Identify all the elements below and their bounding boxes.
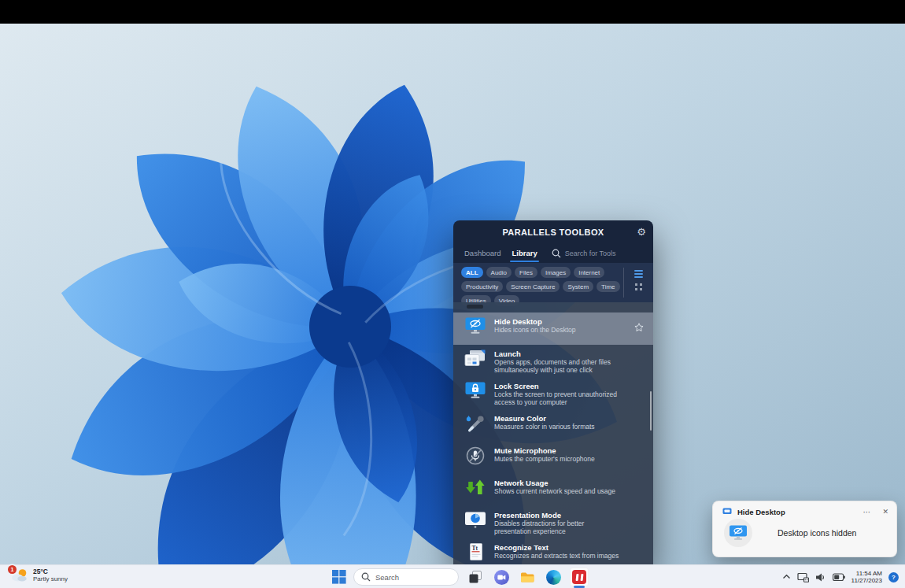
chat-icon bbox=[494, 570, 509, 585]
tool-row-lock-screen[interactable]: Lock Screen Locks the screen to prevent … bbox=[453, 377, 653, 409]
toolbox-titlebar[interactable]: PARALLELS TOOLBOX ⚙ bbox=[453, 220, 653, 244]
battery-icon[interactable] bbox=[833, 573, 845, 582]
notification-toast: Hide Desktop ⋯ ✕ Desktop icons hidden bbox=[712, 501, 897, 557]
toolbox-title: PARALLELS TOOLBOX bbox=[453, 227, 653, 237]
screen: PARALLELS TOOLBOX ⚙ Dashboard Library Se… bbox=[0, 0, 905, 588]
launch-icon bbox=[464, 349, 487, 368]
windows-logo-icon bbox=[332, 570, 346, 584]
network-usage-icon bbox=[464, 478, 487, 496]
tool-description: Opens apps, documents and other files si… bbox=[494, 359, 620, 374]
top-black-bar bbox=[0, 0, 905, 24]
measure-color-icon bbox=[464, 413, 487, 433]
tool-row-mute-microphone[interactable]: Mute Microphone Mutes the computer's mic… bbox=[453, 442, 653, 474]
search-icon bbox=[361, 572, 371, 582]
tool-name: Measure Color bbox=[494, 414, 645, 423]
list-view-icon[interactable] bbox=[634, 270, 643, 278]
network-icon[interactable] bbox=[797, 572, 809, 582]
taskbar: 1 25°C Partly sunny Search bbox=[0, 564, 905, 588]
tool-row-recognize-text[interactable]: Tt Recognize Text Recognizes and extract… bbox=[453, 538, 653, 564]
toast-message: Desktop icons hidden bbox=[778, 528, 856, 538]
tab-library[interactable]: Library bbox=[512, 249, 537, 259]
windows-bloom-wallpaper bbox=[0, 24, 905, 564]
tool-row-hide-desktop[interactable]: Hide Desktop Hides icons on the Desktop bbox=[453, 312, 653, 345]
toast-tool-icon-circle bbox=[724, 519, 752, 547]
parallels-toolbox-window: PARALLELS TOOLBOX ⚙ Dashboard Library Se… bbox=[453, 220, 653, 564]
partially-scrolled-tool bbox=[453, 302, 653, 312]
chip-system[interactable]: System bbox=[563, 281, 593, 292]
taskbar-app-edge[interactable] bbox=[544, 568, 563, 586]
toolbox-tabs: Dashboard Library Search for Tools bbox=[453, 244, 653, 263]
weather-widget[interactable]: 1 25°C Partly sunny bbox=[11, 568, 68, 582]
toast-title: Hide Desktop bbox=[737, 508, 863, 516]
taskbar-search-placeholder: Search bbox=[375, 573, 399, 582]
toast-body: Desktop icons hidden bbox=[713, 519, 896, 547]
tool-name: Hide Desktop bbox=[494, 317, 645, 326]
chip-time[interactable]: Time bbox=[597, 281, 619, 292]
weather-condition: Partly sunny bbox=[33, 575, 68, 582]
tool-row-measure-color[interactable]: Measure Color Measures color in various … bbox=[453, 409, 653, 442]
taskbar-app-task-view[interactable] bbox=[466, 568, 485, 586]
svg-text:Tt: Tt bbox=[472, 545, 478, 552]
tool-row-presentation-mode[interactable]: Presentation Mode Disables distractions … bbox=[453, 506, 653, 538]
recognize-text-icon: Tt bbox=[464, 542, 487, 561]
desktop-wallpaper bbox=[0, 24, 905, 564]
tool-description: Shows current network speed and usage bbox=[494, 488, 620, 496]
tool-description: Mutes the computer's microphone bbox=[494, 456, 620, 464]
chip-audio[interactable]: Audio bbox=[486, 267, 512, 278]
tool-name: Network Usage bbox=[494, 479, 645, 487]
tool-name: Launch bbox=[494, 349, 645, 358]
tool-name: Presentation Mode bbox=[494, 511, 645, 520]
grid-view-icon[interactable] bbox=[635, 283, 642, 290]
toast-app-icon bbox=[722, 507, 732, 516]
taskbar-center: Search bbox=[332, 565, 589, 588]
tray-time: 11:54 AM bbox=[851, 570, 882, 578]
category-chips: ALL Audio Files Images Internet Producti… bbox=[453, 263, 623, 302]
edge-icon bbox=[546, 570, 561, 585]
weather-temperature: 25°C bbox=[33, 568, 68, 575]
tray-date: 11/27/2023 bbox=[851, 577, 882, 585]
taskbar-app-parallels-toolbox[interactable] bbox=[570, 568, 589, 586]
category-filter-bar: ALL Audio Files Images Internet Producti… bbox=[453, 263, 653, 302]
taskbar-app-chat[interactable] bbox=[492, 568, 511, 586]
chip-productivity[interactable]: Productivity bbox=[461, 281, 503, 292]
toast-close-icon[interactable]: ✕ bbox=[882, 508, 888, 516]
tray-chevron-up-icon[interactable] bbox=[782, 574, 791, 580]
chip-files[interactable]: Files bbox=[515, 267, 537, 278]
tool-description: Recognizes and extracts text from images bbox=[494, 553, 620, 560]
parallels-toolbox-icon bbox=[572, 570, 586, 584]
toast-more-icon[interactable]: ⋯ bbox=[863, 508, 871, 516]
view-toggle-column bbox=[623, 268, 653, 298]
task-view-icon bbox=[468, 570, 482, 584]
system-tray: 11:54 AM 11/27/2023 ? bbox=[782, 565, 899, 588]
lock-screen-icon bbox=[464, 381, 487, 399]
taskbar-app-file-explorer[interactable] bbox=[518, 568, 537, 586]
tool-description: Hides icons on the Desktop bbox=[494, 327, 620, 335]
tool-name: Lock Screen bbox=[494, 382, 645, 390]
chip-images[interactable]: Images bbox=[541, 267, 571, 278]
volume-icon[interactable] bbox=[815, 572, 826, 582]
hide-desktop-icon bbox=[464, 316, 487, 335]
tool-name: Mute Microphone bbox=[494, 446, 645, 455]
weather-alert-badge: 1 bbox=[8, 565, 17, 574]
help-badge[interactable]: ? bbox=[888, 572, 899, 582]
tab-dashboard[interactable]: Dashboard bbox=[464, 249, 501, 259]
tool-description: Measures color in various formats bbox=[494, 423, 620, 431]
chip-all[interactable]: ALL bbox=[461, 267, 483, 278]
clock[interactable]: 11:54 AM 11/27/2023 bbox=[851, 570, 882, 585]
favorite-star-icon[interactable] bbox=[634, 322, 645, 336]
tool-description: Locks the screen to prevent unauthorized… bbox=[494, 391, 620, 406]
mute-microphone-icon bbox=[464, 446, 487, 465]
search-icon bbox=[552, 249, 561, 258]
taskbar-search[interactable]: Search bbox=[353, 568, 459, 586]
tool-row-launch[interactable]: Launch Opens apps, documents and other f… bbox=[453, 345, 653, 377]
start-button[interactable] bbox=[332, 570, 346, 584]
file-explorer-icon bbox=[520, 571, 535, 583]
tools-list: Hide Desktop Hides icons on the Desktop … bbox=[453, 302, 653, 564]
tools-search[interactable]: Search for Tools bbox=[552, 249, 616, 258]
settings-gear-icon[interactable]: ⚙ bbox=[637, 227, 646, 237]
weather-icon: 1 bbox=[11, 568, 28, 582]
chip-internet[interactable]: Internet bbox=[574, 267, 604, 278]
tool-row-network-usage[interactable]: Network Usage Shows current network spee… bbox=[453, 474, 653, 506]
chip-screen-capture[interactable]: Screen Capture bbox=[506, 281, 560, 292]
list-scrollbar[interactable] bbox=[650, 391, 652, 431]
